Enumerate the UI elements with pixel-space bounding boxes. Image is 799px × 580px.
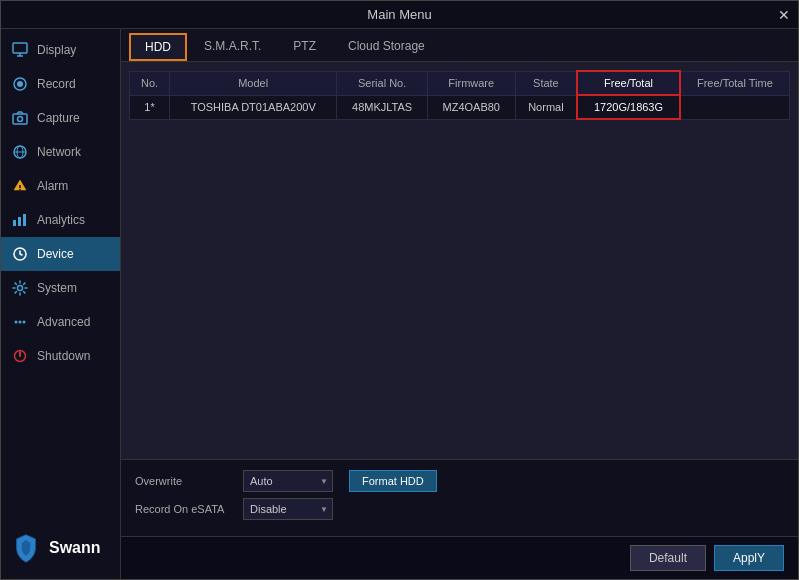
record-esata-label: Record On eSATA: [135, 503, 235, 515]
sidebar-label-display: Display: [37, 43, 76, 57]
col-state: State: [515, 71, 577, 95]
cell-model: TOSHIBA DT01ABA200V: [170, 95, 337, 119]
format-hdd-button[interactable]: Format HDD: [349, 470, 437, 492]
sidebar-label-alarm: Alarm: [37, 179, 68, 193]
sidebar-item-shutdown[interactable]: Shutdown: [1, 339, 120, 373]
overwrite-row: Overwrite Auto Manual Off Format HDD: [135, 470, 784, 492]
svg-rect-12: [13, 220, 16, 226]
col-no: No.: [130, 71, 170, 95]
cell-free-total-time: [680, 95, 790, 119]
svg-rect-0: [13, 43, 27, 53]
sidebar-item-alarm[interactable]: Alarm: [1, 169, 120, 203]
col-serial: Serial No.: [337, 71, 428, 95]
sidebar-item-device[interactable]: Device: [1, 237, 120, 271]
cell-free-total: 1720G/1863G: [577, 95, 679, 119]
tab-hdd[interactable]: HDD: [129, 33, 187, 61]
analytics-icon: [11, 211, 29, 229]
overwrite-select[interactable]: Auto Manual Off: [243, 470, 333, 492]
col-firmware: Firmware: [427, 71, 515, 95]
sidebar-item-system[interactable]: System: [1, 271, 120, 305]
svg-rect-5: [13, 114, 27, 124]
cell-serial: 48MKJLTAS: [337, 95, 428, 119]
hdd-table: No. Model Serial No. Firmware State Free…: [129, 70, 790, 120]
record-icon: [11, 75, 29, 93]
alarm-icon: [11, 177, 29, 195]
main-content: Display Record Capture Network: [1, 29, 798, 579]
sidebar-item-network[interactable]: Network: [1, 135, 120, 169]
record-esata-row: Record On eSATA Disable Enable: [135, 498, 784, 520]
shutdown-icon: [11, 347, 29, 365]
svg-point-16: [18, 286, 23, 291]
table-row: 1* TOSHIBA DT01ABA200V 48MKJLTAS MZ4OAB8…: [130, 95, 790, 119]
swann-logo: Swann: [1, 517, 120, 579]
svg-rect-13: [18, 217, 21, 226]
sidebar-item-analytics[interactable]: Analytics: [1, 203, 120, 237]
main-window: Main Menu ✕ Display Record Cap: [0, 0, 799, 580]
tab-smart[interactable]: S.M.A.R.T.: [189, 33, 276, 61]
overwrite-select-wrapper: Auto Manual Off: [243, 470, 333, 492]
svg-point-18: [19, 321, 22, 324]
cell-firmware: MZ4OAB80: [427, 95, 515, 119]
svg-rect-14: [23, 214, 26, 226]
tabs-bar: HDD S.M.A.R.T. PTZ Cloud Storage: [121, 29, 798, 62]
sidebar-label-network: Network: [37, 145, 81, 159]
camera-icon: [11, 109, 29, 127]
network-icon: [11, 143, 29, 161]
sidebar-label-analytics: Analytics: [37, 213, 85, 227]
tab-cloud[interactable]: Cloud Storage: [333, 33, 440, 61]
cell-no: 1*: [130, 95, 170, 119]
sidebar-label-record: Record: [37, 77, 76, 91]
device-icon: [11, 245, 29, 263]
overwrite-label: Overwrite: [135, 475, 235, 487]
sidebar: Display Record Capture Network: [1, 29, 121, 579]
sidebar-item-record[interactable]: Record: [1, 67, 120, 101]
title-bar: Main Menu ✕: [1, 1, 798, 29]
sidebar-label-advanced: Advanced: [37, 315, 90, 329]
apply-button[interactable]: ApplY: [714, 545, 784, 571]
close-button[interactable]: ✕: [778, 7, 790, 23]
svg-point-6: [18, 117, 23, 122]
hdd-table-area: No. Model Serial No. Firmware State Free…: [121, 62, 798, 459]
sidebar-label-system: System: [37, 281, 77, 295]
col-model: Model: [170, 71, 337, 95]
sidebar-label-device: Device: [37, 247, 74, 261]
monitor-icon: [11, 41, 29, 59]
svg-point-11: [19, 189, 21, 191]
svg-point-17: [15, 321, 18, 324]
sidebar-item-advanced[interactable]: Advanced: [1, 305, 120, 339]
brand-name: Swann: [49, 539, 101, 557]
default-button[interactable]: Default: [630, 545, 706, 571]
record-esata-select-wrapper: Disable Enable: [243, 498, 333, 520]
sidebar-label-shutdown: Shutdown: [37, 349, 90, 363]
bottom-controls: Overwrite Auto Manual Off Format HDD Rec…: [121, 459, 798, 536]
svg-point-4: [17, 81, 23, 87]
col-free-total-time: Free/Total Time: [680, 71, 790, 95]
svg-point-19: [23, 321, 26, 324]
swann-shield-icon: [11, 533, 41, 563]
action-buttons: Default ApplY: [121, 536, 798, 579]
system-icon: [11, 279, 29, 297]
content-wrapper: HDD S.M.A.R.T. PTZ Cloud Storage No.: [121, 29, 798, 579]
window-title: Main Menu: [367, 7, 431, 22]
sidebar-item-display[interactable]: Display: [1, 33, 120, 67]
sidebar-label-capture: Capture: [37, 111, 80, 125]
record-esata-select[interactable]: Disable Enable: [243, 498, 333, 520]
advanced-icon: [11, 313, 29, 331]
col-free-total: Free/Total: [577, 71, 679, 95]
tab-ptz[interactable]: PTZ: [278, 33, 331, 61]
cell-state: Normal: [515, 95, 577, 119]
sidebar-item-capture[interactable]: Capture: [1, 101, 120, 135]
